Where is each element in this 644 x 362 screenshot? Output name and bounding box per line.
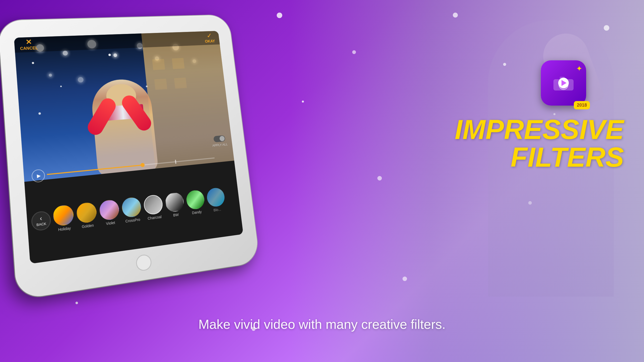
snow-particle (302, 101, 304, 103)
cancel-button[interactable]: ✕ CANCEL (19, 38, 38, 51)
filter-thumbnail-dandy (185, 189, 205, 210)
filter-name-bw: BW (173, 212, 179, 217)
filter-list: Holiday Golden Violet C (52, 186, 237, 232)
filter-item-crosspro[interactable]: CrossPro (121, 196, 142, 223)
filter-item-charcoal[interactable]: Charcoal (143, 194, 164, 221)
filter-name-violet: Violet (106, 220, 115, 226)
toggle-knob (219, 136, 225, 142)
phone-body: ✕ CANCEL ✓ OKAY APPLY ALL (0, 15, 260, 300)
snow-particle (604, 25, 609, 31)
filter-name-golden: Golden (82, 223, 94, 229)
snow-particle (377, 176, 382, 180)
tagline: Make vivid video with many creative filt… (198, 317, 446, 332)
snow-particle (352, 50, 356, 54)
filter-item-holiday[interactable]: Holiday (52, 204, 75, 232)
okay-label: OKAY (205, 39, 215, 44)
filter-item-violet[interactable]: Violet (99, 199, 120, 226)
apply-all-area: APPLY ALL (211, 135, 228, 147)
back-label: BACK (36, 222, 46, 227)
app-icon-year-badge: 2018 (574, 101, 590, 109)
filter-name-crosspro: CrossPro (125, 217, 140, 223)
headline-line1: IMPRESSIVE (455, 116, 624, 143)
phone-device: ✕ CANCEL ✓ OKAY APPLY ALL (0, 15, 260, 300)
filter-item-bw[interactable]: BW (165, 192, 185, 218)
phone-screen: ✕ CANCEL ✓ OKAY APPLY ALL (14, 31, 243, 264)
filter-thumbnail-blo (206, 187, 226, 208)
sparkle-icon: ✦ (576, 64, 582, 73)
app-icon: ✦ (541, 60, 586, 106)
apply-all-toggle[interactable] (213, 135, 225, 143)
filter-thumbnail-golden (76, 201, 97, 223)
filter-thumbnail-violet (99, 199, 120, 221)
filter-name-holiday: Holiday (58, 226, 71, 232)
headline-line2: FILTERS (455, 143, 624, 171)
filter-item-dandy[interactable]: Dandy (185, 189, 206, 215)
filter-thumbnail-crosspro (121, 196, 142, 218)
filter-name-charcoal: Charcoal (147, 215, 162, 220)
filter-thumbnail-charcoal (143, 194, 164, 215)
okay-button[interactable]: ✓ OKAY (204, 32, 215, 44)
filter-item-blo[interactable]: Blo... (206, 187, 226, 213)
filter-item-golden[interactable]: Golden (76, 201, 98, 229)
okay-icon: ✓ (206, 32, 212, 39)
cancel-label: CANCEL (20, 46, 38, 51)
app-icon-container: ✦ 2018 (541, 60, 586, 106)
phone-home-button[interactable] (135, 254, 152, 272)
headline-area: IMPRESSIVE FILTERS (455, 116, 624, 171)
filter-name-blo: Blo... (213, 207, 221, 212)
app-icon-play-button (558, 78, 569, 88)
back-button[interactable]: ‹ BACK (31, 210, 51, 232)
filter-thumbnail-holiday (52, 204, 74, 227)
filter-name-dandy: Dandy (192, 210, 202, 215)
play-icon: ▶ (36, 173, 41, 179)
filter-thumbnail-bw (165, 192, 185, 213)
snow-particle (277, 13, 282, 18)
cancel-icon: ✕ (25, 39, 32, 46)
snow-particle (403, 277, 407, 281)
back-chevron-icon: ‹ (39, 215, 42, 222)
play-triangle (561, 80, 567, 86)
snow-particle (453, 13, 458, 18)
snow-particle (75, 302, 78, 304)
